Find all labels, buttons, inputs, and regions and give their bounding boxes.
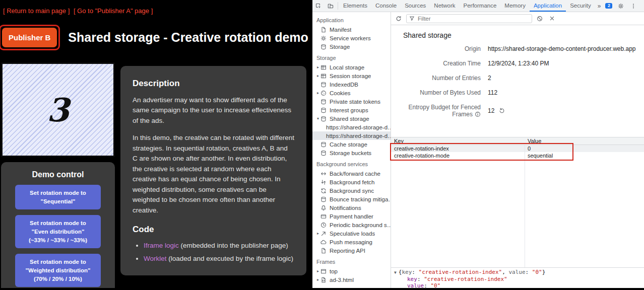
sidebar-item-https-shared-storage-d[interactable]: https://shared-storage-d…: [312, 123, 391, 131]
disclosure-collapsed-icon[interactable]: ▸: [315, 277, 320, 282]
reset-entropy-budget-button[interactable]: [499, 108, 505, 114]
preview-summary[interactable]: ▼{key: "creative-rotation-index", value:…: [394, 269, 641, 276]
storage-table-row[interactable]: creative-rotation-index0: [391, 145, 644, 152]
issues-badge[interactable]: 2: [605, 3, 612, 9]
return-to-main-page-link[interactable]: [ Return to main page ]: [3, 7, 70, 15]
demo-buttons: Set rotation mode to "Sequential"Set rot…: [1, 185, 115, 287]
sidebar-item-push-messaging[interactable]: Push messaging: [312, 238, 391, 246]
inspect-element-icon[interactable]: [312, 0, 325, 12]
filter-input[interactable]: [417, 15, 529, 22]
sidebar-item-payment-handler[interactable]: Payment handler: [312, 212, 391, 221]
sidebar-item-notifications[interactable]: Notifications: [312, 203, 391, 212]
sidebar-item-label: top: [330, 268, 338, 274]
sidebar-item-label: Shared storage: [330, 116, 369, 122]
sidebar-item-service-workers[interactable]: Service workers: [312, 34, 391, 42]
rotation-mode-button-sequential[interactable]: Set rotation mode to "Sequential": [15, 185, 101, 209]
meta-value-entropy-budget-for-fenced-frames: 12: [488, 104, 644, 118]
sidebar-item-private-state-tokens[interactable]: Private state tokens: [312, 97, 391, 106]
sidebar-item-label: Notifications: [330, 205, 361, 211]
worklet-link[interactable]: Worklet: [144, 255, 167, 262]
storage-value-cell: 0: [525, 146, 644, 152]
close-devtools-icon[interactable]: [640, 0, 644, 12]
sidebar-item-label: Payment handler: [330, 213, 373, 220]
devtools-tab-console[interactable]: Console: [371, 0, 401, 12]
sidebar-item-ad-3-html[interactable]: ▸ad-3.html: [312, 275, 391, 284]
sidebar-item-back-forward-cache[interactable]: Back/forward cache: [312, 169, 391, 178]
database-icon: [320, 116, 328, 122]
sidebar-item-storage-buckets[interactable]: Storage buckets: [312, 149, 391, 157]
database-icon: [320, 141, 328, 148]
settings-gear-icon[interactable]: [615, 0, 627, 12]
sidebar-item-cache-storage[interactable]: Cache storage: [312, 140, 391, 149]
disclosure-collapsed-icon[interactable]: ▸: [315, 231, 320, 236]
clear-all-icon[interactable]: [535, 14, 544, 23]
devtools-tabbar-right: 2: [603, 0, 644, 12]
refresh-icon[interactable]: [394, 14, 403, 23]
sidebar-item-session-storage[interactable]: ▸Session storage: [312, 71, 391, 80]
window-bottom-edge: [0, 288, 644, 290]
sidebar-item-shared-storage[interactable]: ▾Shared storage: [312, 114, 391, 123]
publisher-b-button[interactable]: Publisher B: [2, 28, 57, 47]
kebab-menu-icon[interactable]: [627, 0, 639, 12]
sidebar-item-label: Push messaging: [330, 239, 372, 245]
disclosure-collapsed-icon[interactable]: ▸: [315, 74, 320, 78]
device-toolbar-icon[interactable]: [325, 0, 337, 12]
sidebar-item-background-fetch[interactable]: Background fetch: [312, 178, 391, 186]
disclosure-collapsed-icon[interactable]: ▸: [315, 91, 320, 95]
devtools-tab-sources[interactable]: Sources: [401, 0, 430, 12]
storage-table-row[interactable]: creative-rotation-modesequential: [391, 152, 644, 159]
sidebar-item-periodic-background-s[interactable]: Periodic background s…: [312, 221, 391, 229]
meta-value-origin: https://shared-storage-demo-content-prod…: [488, 45, 644, 52]
sidebar-item-label: Storage: [330, 44, 350, 50]
sidebar-item-manifest[interactable]: Manifest: [312, 25, 391, 34]
meta-value-number-of-bytes-used: 112: [488, 89, 644, 96]
sidebar-item-label: Cache storage: [330, 141, 367, 148]
sidebar-item-https-shared-storage-d[interactable]: https://shared-storage-d…: [312, 131, 391, 140]
table-column-header-key[interactable]: Key: [391, 138, 525, 144]
go-to-publisher-a-link[interactable]: [ Go to "Publisher A" page ]: [74, 7, 153, 15]
sidebar-item-reporting-api[interactable]: Reporting API: [312, 246, 391, 255]
rotation-mode-button-weighted-distribution[interactable]: Set rotation mode to "Weighted distribut…: [15, 254, 101, 287]
devtools-tab-elements[interactable]: Elements: [339, 0, 371, 12]
info-icon[interactable]: [473, 111, 481, 118]
devtools-tab-security[interactable]: Security: [566, 0, 595, 12]
rotation-mode-button-even-distribution[interactable]: Set rotation mode to "Even distribution"…: [15, 215, 101, 248]
sidebar-item-storage[interactable]: Storage: [312, 42, 391, 51]
disclosure-collapsed-icon[interactable]: ▸: [315, 65, 320, 69]
sidebar-item-local-storage[interactable]: ▸Local storage: [312, 63, 391, 71]
sidebar-item-label: Interest groups: [330, 107, 368, 113]
demo-control-panel: Demo control Set rotation mode to "Seque…: [1, 162, 115, 290]
disclosure-expanded-icon[interactable]: ▾: [315, 116, 320, 121]
devtools-tab-performance[interactable]: Performance: [460, 0, 501, 12]
sidebar-item-bounce-tracking-mitiga[interactable]: Bounce tracking mitiga…: [312, 195, 391, 203]
database-icon: [320, 150, 328, 156]
delete-selected-icon[interactable]: [547, 14, 556, 23]
panel-title: Shared storage: [391, 25, 644, 44]
devtools-tab-memory[interactable]: Memory: [500, 0, 530, 12]
iframe-logic-link[interactable]: Iframe logic: [144, 242, 179, 249]
cookie-icon: [320, 90, 328, 96]
sidebar-item-label: ad-3.html: [330, 277, 354, 283]
sidebar-section-frames: Frames: [312, 255, 391, 267]
screen: [ Return to main page ] [ Go to "Publish…: [0, 0, 644, 290]
sidebar-item-top[interactable]: ▸top: [312, 267, 391, 275]
sidebar-item-label: Cookies: [330, 90, 351, 96]
collapse-caret-icon[interactable]: ▼: [394, 270, 397, 275]
disclosure-collapsed-icon[interactable]: ▸: [315, 269, 320, 273]
sidebar-item-label: Service workers: [330, 35, 371, 41]
sidebar-item-indexeddb[interactable]: IndexedDB: [312, 80, 391, 89]
table-column-header-value[interactable]: Value: [525, 138, 644, 144]
clock-icon: [320, 222, 328, 228]
meta-label-number-of-entries: Number of Entries: [391, 75, 488, 82]
sidebar-item-interest-groups[interactable]: Interest groups: [312, 106, 391, 114]
code-title: Code: [133, 223, 294, 236]
table-icon: [320, 64, 328, 70]
more-tabs-button[interactable]: »: [595, 3, 604, 10]
sidebar-item-speculative-loads[interactable]: ▸Speculative loads: [312, 229, 391, 238]
devtools-tab-application[interactable]: Application: [530, 0, 566, 12]
devtools-tab-network[interactable]: Network: [430, 0, 459, 12]
sidebar-item-label: IndexedDB: [330, 82, 358, 88]
sidebar-item-cookies[interactable]: ▸Cookies: [312, 89, 391, 97]
sidebar-item-background-sync[interactable]: Background sync: [312, 186, 391, 195]
meta-value-text: 12: [488, 107, 494, 114]
